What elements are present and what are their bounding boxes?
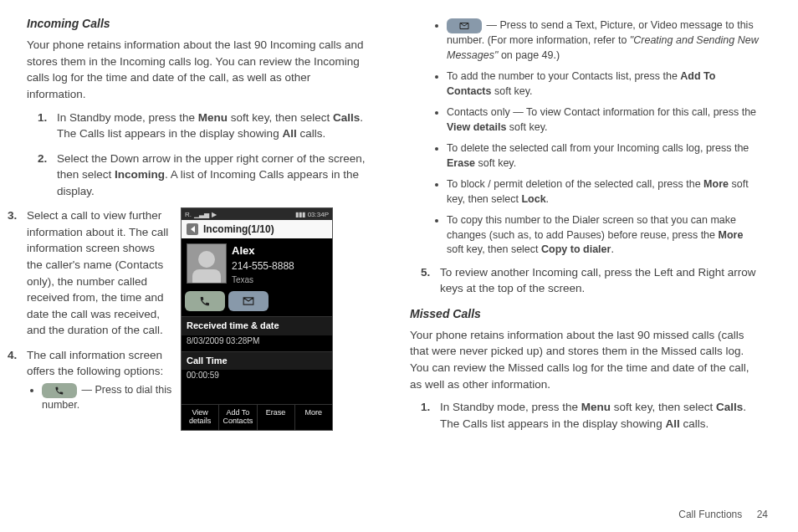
back-icon[interactable] [187, 223, 198, 235]
kw: More [719, 229, 744, 241]
phone-handset-icon [42, 383, 77, 398]
footer-section: Call Functions [678, 509, 742, 520]
step-2: Select the Down arrow in the upper right… [50, 151, 370, 200]
text: Contacts only — To view Contact informat… [447, 106, 756, 118]
envelope-icon [243, 295, 254, 307]
softkey-more[interactable]: More [295, 405, 332, 430]
duration-label: Call Time [182, 351, 332, 371]
phone-screenshot: R. ▁▃▅ ▶ ▮▮▮ 03:34P Incoming(1/10) [181, 207, 333, 430]
text: soft key. [475, 157, 516, 169]
col-left: Incoming Calls Your phone retains inform… [27, 15, 370, 525]
bullet-copy-dialer: To copy this number to the Dialer screen… [447, 213, 761, 258]
heading-incoming: Incoming Calls [27, 15, 370, 32]
kw: All [665, 417, 679, 430]
text: calls. [297, 127, 326, 140]
kw: Copy to dialer [541, 243, 611, 255]
page-footer: Call Functions 24 [678, 509, 768, 520]
contact-location: Texas [232, 274, 327, 287]
text: calls. [680, 417, 709, 430]
contact-name: Alex [232, 243, 327, 259]
battery-icon: ▮▮▮ [295, 211, 305, 218]
step34-with-phone: Select a call to view further informatio… [0, 207, 370, 430]
incoming-intro: Your phone retains information about the… [27, 37, 370, 102]
duration-value: 00:00:59 [182, 370, 332, 386]
step34-text: Select a call to view further informatio… [0, 207, 172, 421]
text: soft key. [506, 121, 547, 133]
heading-missed: Missed Calls [410, 305, 761, 322]
msg-icon-chip [447, 19, 486, 31]
step-5-list: To review another Incoming call, press t… [433, 264, 761, 297]
softkey-row: View details Add To Contacts Erase More [182, 404, 332, 430]
missed-step-1: In Standby mode, press the Menu soft key… [433, 399, 761, 432]
text: To block / permit deletion of the select… [447, 178, 703, 190]
bullet-lock: To block / permit deletion of the select… [447, 177, 761, 207]
bullet-view-details: Contacts only — To view Contact informat… [447, 105, 761, 135]
phone-statusbar: R. ▁▃▅ ▶ ▮▮▮ 03:34P [182, 208, 332, 220]
kw-all: All [282, 127, 296, 140]
step-3: Select a call to view further informatio… [20, 207, 172, 339]
text: In Standby mode, press the [57, 111, 198, 124]
contact-number: 214-555-8888 [232, 259, 327, 274]
text: In Standby mode, press the [440, 401, 581, 413]
phone-clock: 03:34P [308, 211, 329, 218]
softkey-view-details[interactable]: View details [182, 405, 219, 430]
page: Incoming Calls Your phone retains inform… [0, 0, 798, 532]
text: soft key, then select [611, 401, 716, 413]
received-label: Received time & date [182, 316, 332, 335]
kw-menu: Menu [198, 111, 228, 124]
action-row [182, 291, 332, 316]
softkey-erase[interactable]: Erase [258, 405, 295, 430]
text: soft key, then select [228, 111, 333, 124]
step4-bullets-cont: — Press to send a Text, Picture, or Vide… [447, 18, 761, 258]
received-value: 8/03/2009 03:28PM [182, 335, 332, 351]
text: . [546, 193, 549, 205]
footer-page-number: 24 [757, 509, 768, 520]
text: The call information screen offers the f… [27, 349, 163, 378]
contact-row: Alex 214-555-8888 Texas [182, 238, 332, 291]
signal-icon: ▁▃▅ [194, 210, 209, 220]
steps-missed: In Standby mode, press the Menu soft key… [433, 399, 761, 432]
kw: Lock [521, 193, 545, 205]
text: soft key. [491, 85, 532, 97]
kw: Erase [447, 157, 475, 169]
bullet-dial: — Press to dial this number. [42, 383, 172, 413]
step-1: In Standby mode, press the Menu soft key… [50, 110, 370, 142]
phone-handset-icon [199, 295, 211, 307]
dial-icon-chip [42, 384, 81, 396]
text: soft key, then select [447, 243, 541, 255]
kw: Menu [581, 401, 611, 413]
text: To add the number to your Contacts list,… [447, 70, 680, 82]
step-4: The call information screen offers the f… [20, 347, 172, 413]
kw-incoming: Incoming [115, 168, 165, 181]
dial-button[interactable] [185, 291, 225, 311]
bullet-message: — Press to send a Text, Picture, or Vide… [447, 18, 761, 63]
softkey-add-contacts[interactable]: Add To Contacts [219, 405, 257, 430]
message-button[interactable] [228, 291, 269, 311]
text: To copy this number to the Dialer screen… [447, 214, 736, 241]
audio-icon: ▶ [212, 210, 217, 220]
envelope-icon [447, 18, 482, 33]
phone-header-label: Incoming(1/10) [203, 223, 274, 237]
steps-34: Select a call to view further informatio… [20, 207, 172, 412]
step-5: To review another Incoming call, press t… [433, 264, 761, 297]
kw: Calls [716, 401, 743, 413]
col-right: — Press to send a Text, Picture, or Vide… [410, 15, 761, 525]
phone-header: Incoming(1/10) [182, 220, 332, 238]
status-indicator: R. [185, 210, 192, 220]
step4-bullets: — Press to dial this number. [42, 383, 172, 413]
kw: More [703, 178, 729, 190]
text: To delete the selected call from your In… [447, 142, 749, 154]
text: on page 49.) [498, 49, 560, 61]
missed-intro: Your phone retains information about the… [410, 327, 761, 392]
avatar-icon [187, 243, 227, 284]
text: . [611, 243, 613, 255]
steps-incoming: In Standby mode, press the Menu soft key… [50, 110, 370, 200]
kw-calls: Calls [333, 111, 360, 124]
kw: View details [447, 121, 506, 133]
contact-info: Alex 214-555-8888 Texas [232, 243, 327, 286]
bullet-add-contacts: To add the number to your Contacts list,… [447, 69, 761, 99]
bullet-erase: To delete the selected call from your In… [447, 141, 761, 171]
